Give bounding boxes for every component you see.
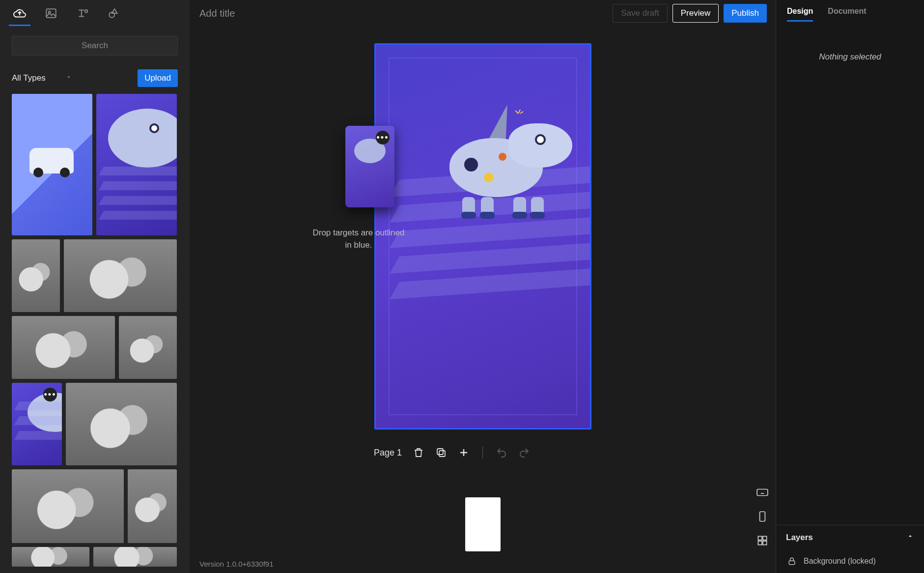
main-area: Save draft Preview Publish	[190, 0, 776, 573]
asset-thumb[interactable]	[64, 239, 177, 312]
drag-preview[interactable]: •••	[345, 126, 394, 207]
asset-thumb[interactable]	[96, 94, 177, 235]
undo-icon	[496, 447, 507, 458]
separator	[482, 446, 483, 459]
shapes-icon	[108, 7, 120, 20]
undo-button[interactable]	[496, 447, 507, 458]
canvas-area[interactable]: ••• Drop targets are outlined in blue. P…	[190, 27, 776, 573]
duplicate-page-button[interactable]	[435, 447, 447, 458]
layers-title: Layers	[786, 533, 813, 543]
layers-panel: Layers Background (locked)	[776, 525, 924, 573]
asset-thumb[interactable]	[12, 547, 89, 567]
tab-design[interactable]: Design	[787, 7, 813, 16]
page-tools: Page 1	[374, 446, 530, 459]
grid-view-button[interactable]	[756, 534, 769, 549]
device-preview-button[interactable]	[756, 510, 769, 525]
redo-icon	[518, 447, 530, 458]
trash-icon	[413, 447, 424, 458]
rhino-graphic	[430, 104, 562, 212]
device-icon	[756, 510, 769, 523]
right-panel: Design Document Nothing selected Layers …	[776, 0, 924, 573]
layer-label: Background (locked)	[804, 557, 876, 566]
svg-rect-9	[763, 536, 767, 540]
grid-icon	[756, 534, 769, 547]
version-label: Version 1.0.0+6330f91	[199, 560, 274, 568]
search-input[interactable]	[12, 36, 178, 56]
page-thumbnail[interactable]	[465, 497, 501, 551]
svg-rect-11	[763, 541, 767, 545]
right-panel-tabs: Design Document	[776, 0, 924, 23]
add-page-button[interactable]	[458, 447, 470, 458]
tab-text[interactable]	[67, 0, 98, 26]
asset-thumb[interactable]	[12, 239, 60, 312]
asset-thumb[interactable]	[119, 316, 177, 379]
svg-point-2	[85, 9, 87, 12]
title-input[interactable]	[198, 7, 395, 20]
asset-thumb[interactable]	[128, 469, 177, 543]
asset-thumb[interactable]	[93, 547, 177, 567]
preview-button[interactable]: Preview	[672, 4, 719, 23]
delete-page-button[interactable]	[413, 447, 424, 458]
tab-document[interactable]: Document	[828, 7, 866, 16]
keyboard-shortcuts-button[interactable]	[756, 486, 769, 501]
image-icon	[45, 7, 57, 20]
lock-icon	[787, 556, 797, 566]
left-sidebar: All Types Upload	[0, 0, 190, 573]
tab-upload[interactable]	[4, 0, 35, 26]
floating-tools	[756, 486, 769, 549]
cloud-upload-icon	[13, 7, 26, 20]
svg-rect-7	[760, 512, 765, 521]
page-label: Page 1	[374, 448, 402, 458]
layer-row[interactable]: Background (locked)	[776, 549, 924, 573]
save-draft-button[interactable]: Save draft	[613, 4, 668, 23]
chevron-up-icon	[906, 532, 914, 543]
tab-shapes[interactable]	[98, 0, 130, 26]
sidebar-tabs	[0, 0, 190, 26]
asset-gallery[interactable]: •••	[0, 94, 190, 573]
redo-button[interactable]	[518, 447, 530, 458]
asset-thumb[interactable]	[12, 316, 115, 379]
layers-header[interactable]: Layers	[776, 525, 924, 549]
thumb-menu-button[interactable]: •••	[43, 388, 57, 401]
svg-rect-6	[757, 489, 768, 496]
svg-rect-4	[439, 451, 445, 457]
right-panel-empty-state: Nothing selected	[776, 23, 924, 525]
type-filter-label: All Types	[12, 73, 46, 83]
svg-rect-5	[437, 449, 443, 455]
svg-rect-8	[758, 536, 762, 540]
type-filter-select[interactable]: All Types	[12, 73, 72, 83]
asset-thumb[interactable]: •••	[12, 383, 62, 465]
drag-preview-menu-button[interactable]: •••	[376, 131, 390, 144]
page-thumb-strip	[465, 497, 501, 551]
asset-thumb[interactable]	[12, 94, 92, 235]
text-icon	[76, 7, 89, 20]
asset-thumb[interactable]	[12, 469, 124, 543]
svg-rect-10	[758, 541, 762, 545]
topbar: Save draft Preview Publish	[190, 0, 776, 27]
publish-button[interactable]: Publish	[724, 4, 767, 23]
svg-rect-0	[46, 9, 56, 17]
drop-hint-text: Drop targets are outlined in blue.	[309, 227, 408, 251]
duplicate-icon	[435, 447, 447, 458]
svg-rect-12	[789, 561, 795, 565]
tab-image[interactable]	[35, 0, 67, 26]
upload-button[interactable]: Upload	[138, 69, 178, 87]
asset-thumb[interactable]	[66, 383, 177, 465]
plus-icon	[458, 447, 470, 458]
keyboard-icon	[756, 486, 769, 499]
chevron-down-icon	[65, 73, 72, 83]
